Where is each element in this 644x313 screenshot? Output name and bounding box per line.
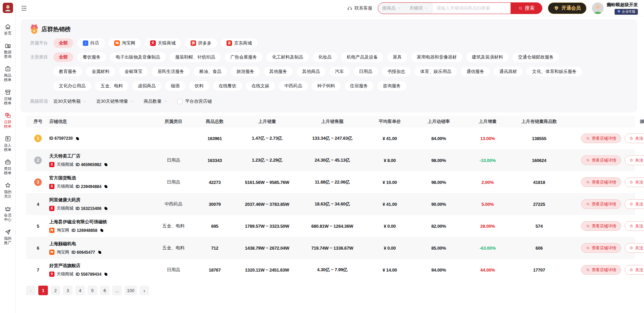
category-tag[interactable]: 通讯器材 (494, 67, 523, 76)
view-shop-detail-button[interactable]: 查看店铺详情 (581, 265, 621, 275)
category-tag[interactable]: 日用品 (353, 67, 378, 76)
view-shop-detail-button[interactable]: 查看店铺详情 (581, 199, 621, 209)
category-tag[interactable]: 文化、体育和娱乐服务 (527, 67, 582, 76)
shop-name: 上海昙伊磁业有限公司强磁铁 (49, 219, 152, 225)
open-vip-button[interactable]: 开通会员 (548, 2, 587, 14)
platform-tag-all[interactable]: 全部 (53, 38, 73, 48)
advanced-filter-dropdown-1[interactable]: 近30天销售增量 (96, 98, 134, 104)
pagination-page-1[interactable]: 1 (38, 286, 48, 295)
search-field-select[interactable]: 关键词 (405, 3, 432, 14)
category-tag[interactable]: 饮料 (189, 81, 209, 91)
category-tag[interactable]: 体育、娱乐用品 (415, 67, 457, 76)
pagination-page-4[interactable]: 4 (75, 286, 85, 295)
category-tag[interactable]: 交通仓储邮政服务 (513, 52, 559, 62)
category-tag[interactable]: 粮油、食品 (194, 67, 227, 76)
category-tag[interactable]: 机电产品及设备 (341, 52, 383, 62)
pagination-next-button[interactable]: › (140, 286, 149, 295)
copy-id-button[interactable] (104, 206, 108, 211)
category-tag[interactable]: 咨询服务 (377, 81, 406, 91)
category-tag[interactable]: 餐饮服务 (77, 52, 106, 62)
view-shop-detail-button[interactable]: 查看店铺详情 (581, 221, 621, 231)
contact-service-button[interactable]: 联系客服 (347, 5, 372, 11)
sidebar-item-shop-rank[interactable]: 店铺榜单 (4, 89, 12, 105)
app-logo[interactable] (3, 3, 13, 13)
platform-tag-jd[interactable]: 京京东商城 (221, 38, 257, 48)
sidebar-item-home[interactable]: 首页 (4, 23, 12, 36)
category-tag[interactable]: 建筑及装潢材料 (466, 52, 508, 62)
category-tag[interactable]: 化妆品 (313, 52, 337, 62)
category-tag[interactable]: 家具 (387, 52, 407, 62)
sidebar-item-product-rank[interactable]: 商品榜单 (4, 65, 12, 82)
follow-button[interactable]: 关注 (624, 134, 644, 143)
self-operated-checkbox[interactable] (177, 99, 182, 104)
category-cell: 日用品 (155, 179, 192, 185)
follow-button[interactable]: 关注 (624, 243, 644, 253)
category-tag[interactable]: 在线餐饮 (213, 81, 242, 91)
category-tag[interactable]: 中西药品 (279, 81, 308, 91)
category-tag[interactable]: 家用电器和音像器材 (411, 52, 462, 62)
category-tag[interactable]: 虚拟商品 (132, 81, 161, 91)
copy-id-button[interactable] (104, 162, 108, 167)
follow-button[interactable]: 关注 (624, 177, 644, 187)
sidebar-item-my-follows[interactable]: 我的关注 (4, 182, 12, 199)
category-tag[interactable]: 金银珠宝 (119, 67, 148, 76)
platform-tag-pdd[interactable]: 拼拼多多 (185, 38, 217, 48)
copy-id-button[interactable] (98, 250, 102, 254)
pagination-page-5[interactable]: 5 (88, 286, 97, 295)
search-scope-select[interactable]: 搜商品 (378, 3, 405, 14)
category-tag[interactable]: 五金、电料 (95, 81, 128, 91)
follow-button[interactable]: 关注 (624, 221, 644, 231)
sidebar-item-data-query[interactable]: 数据查询 (4, 42, 12, 59)
category-tag[interactable]: 化工材料及制品 (267, 52, 309, 62)
category-tag[interactable]: 广告会展服务 (225, 52, 262, 62)
advanced-filter-dropdown-0[interactable]: 近30天销售额 (53, 98, 87, 104)
category-tag[interactable]: 其他商品 (297, 67, 325, 76)
collapse-sidebar-icon[interactable] (21, 5, 27, 12)
category-tag[interactable]: 居民生活服务 (152, 67, 190, 76)
category-tag[interactable]: 全部 (53, 52, 73, 62)
copy-id-button[interactable] (104, 184, 108, 189)
platform-tag-douyin[interactable]: ♪抖店 (77, 38, 105, 48)
sidebar-item-category-rank[interactable]: 类目榜单 (4, 159, 12, 175)
avatar[interactable] (592, 2, 604, 14)
pagination-page-2[interactable]: 2 (51, 286, 60, 295)
follow-button[interactable]: 关注 (624, 265, 644, 275)
category-tag[interactable]: 金属材料 (86, 67, 115, 76)
category-tag[interactable]: 旅游服务 (231, 67, 260, 76)
advanced-filter-dropdown-2[interactable]: 商品数量 (144, 98, 168, 104)
category-tag[interactable]: 教育服务 (53, 67, 82, 76)
view-shop-detail-button[interactable]: 查看店铺详情 (581, 243, 621, 253)
category-tag[interactable]: 在线文娱 (246, 81, 275, 91)
copy-id-button[interactable] (100, 228, 104, 233)
category-tag[interactable]: 服装鞋帽、针纺织品 (170, 52, 221, 62)
category-tag[interactable]: 电子出版物及音像制品 (110, 52, 166, 62)
pagination-page-6[interactable]: 6 (100, 286, 110, 295)
copy-id-button[interactable] (104, 272, 108, 276)
sidebar-item-my-promotion[interactable]: 我的推广 (4, 228, 12, 245)
category-tag[interactable]: 住宿服务 (345, 81, 373, 91)
category-tag[interactable]: 书报杂志 (382, 67, 411, 76)
follow-button[interactable]: 关注 (624, 155, 644, 165)
pagination-prev-button[interactable]: ‹ (26, 286, 36, 295)
follow-button[interactable]: 关注 (624, 199, 644, 209)
sidebar-item-member-center[interactable]: 会员中心 (4, 205, 12, 222)
platform-tag-taobao[interactable]: 淘淘宝网 (109, 38, 141, 48)
view-shop-detail-button[interactable]: 查看店铺详情 (581, 155, 621, 165)
category-tag[interactable]: 文化办公用品 (53, 81, 91, 91)
view-shop-detail-button[interactable]: 查看店铺详情 (581, 134, 621, 143)
category-tag[interactable]: 汽车 (330, 67, 349, 76)
category-tag[interactable]: 通信服务 (461, 67, 490, 76)
category-tag[interactable]: 烟酒 (165, 81, 185, 91)
copy-id-button[interactable] (75, 136, 80, 141)
search-input[interactable] (433, 3, 511, 14)
platform-tag-tmall[interactable]: 天天猫商城 (145, 38, 181, 48)
category-tag[interactable]: 种子饲料 (312, 81, 340, 91)
sidebar-item-influencer-rank[interactable]: 达人榜单 (4, 135, 12, 152)
search-button[interactable]: 搜索 (511, 3, 542, 14)
sidebar-item-shop-group-rank[interactable]: 店群榜单 (4, 112, 12, 129)
pagination-page-100[interactable]: 100 (125, 286, 137, 295)
pagination-ellipsis[interactable]: ... (112, 286, 122, 295)
category-tag[interactable]: 其他服务 (264, 67, 293, 76)
pagination-page-3[interactable]: 3 (63, 286, 73, 295)
view-shop-detail-button[interactable]: 查看店铺详情 (581, 177, 621, 187)
